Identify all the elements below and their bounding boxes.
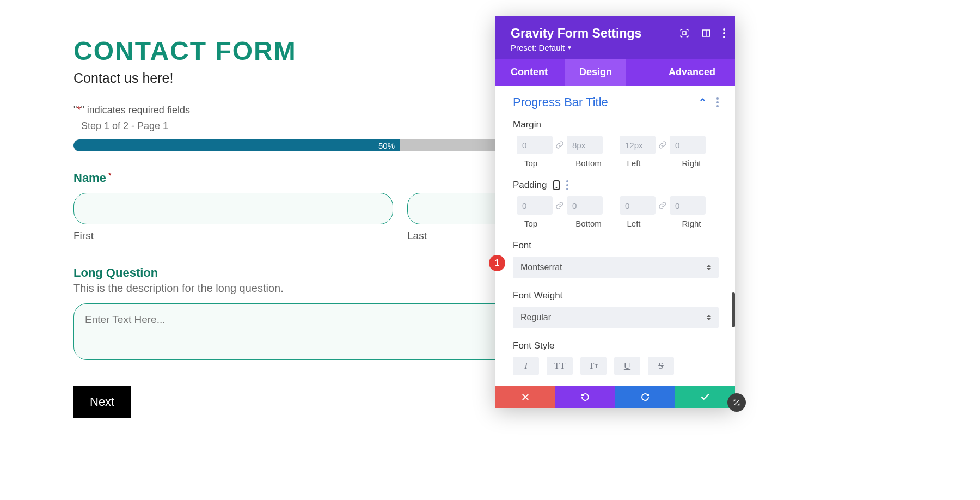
padding-right-input[interactable]: [670, 196, 706, 215]
padding-label-row: Padding: [513, 180, 719, 191]
padding-left-input[interactable]: [620, 196, 656, 215]
mobile-icon[interactable]: [553, 180, 560, 190]
italic-button[interactable]: I: [513, 357, 539, 375]
panel-header-actions: [679, 28, 725, 38]
section-more-icon[interactable]: [716, 97, 719, 107]
link-icon[interactable]: [658, 140, 667, 150]
first-name-col: First: [74, 193, 393, 242]
font-label: Font: [513, 240, 719, 251]
caret-down-icon: ▼: [567, 45, 572, 51]
select-caret-icon: [707, 315, 711, 320]
font-select[interactable]: Montserrat: [513, 257, 719, 278]
cancel-button[interactable]: [495, 386, 555, 408]
panel-header[interactable]: Gravity Form Settings Preset: Default ▼: [495, 16, 735, 59]
padding-bottom-input[interactable]: [567, 196, 603, 215]
first-name-input[interactable]: [74, 193, 393, 224]
tab-advanced[interactable]: Advanced: [649, 59, 735, 86]
settings-panel: Gravity Form Settings Preset: Default ▼ …: [495, 16, 735, 408]
resize-icon: [732, 398, 741, 407]
padding-controls: TopBottom LeftRight: [513, 196, 719, 228]
font-style-buttons: I TT TT U S: [513, 357, 719, 375]
margin-label: Margin: [513, 119, 719, 130]
tab-design[interactable]: Design: [565, 59, 626, 86]
annotation-marker-1: 1: [489, 255, 505, 271]
first-name-sublabel: First: [74, 230, 393, 242]
margin-left-input[interactable]: [620, 136, 656, 154]
undo-button[interactable]: [555, 386, 615, 408]
svg-rect-0: [683, 32, 686, 35]
margin-bottom-input[interactable]: [567, 136, 603, 154]
columns-icon[interactable]: [701, 28, 711, 38]
more-icon[interactable]: [723, 28, 725, 38]
divider: [611, 136, 611, 157]
close-icon: [521, 393, 530, 401]
padding-top-input[interactable]: [517, 196, 553, 215]
undo-icon: [580, 392, 590, 402]
link-icon[interactable]: [555, 140, 565, 150]
panel-tabs: Content Design Advanced: [495, 59, 735, 86]
redo-icon: [640, 392, 650, 402]
font-weight-label: Font Weight: [513, 290, 719, 301]
scrollbar-thumb[interactable]: [732, 292, 735, 327]
strikethrough-button[interactable]: S: [648, 357, 674, 375]
redo-button[interactable]: [615, 386, 675, 408]
underline-button[interactable]: U: [614, 357, 640, 375]
resize-handle[interactable]: [727, 393, 746, 412]
font-weight-select[interactable]: Regular: [513, 307, 719, 328]
link-icon[interactable]: [658, 200, 667, 210]
progress-fill: 50%: [74, 139, 400, 151]
check-icon: [700, 392, 710, 402]
required-asterisk: *: [108, 171, 111, 180]
save-button[interactable]: [675, 386, 735, 408]
link-icon[interactable]: [555, 200, 565, 210]
chevron-up-icon[interactable]: ⌃: [699, 96, 707, 108]
font-style-label: Font Style: [513, 340, 719, 351]
margin-right-input[interactable]: [670, 136, 706, 154]
padding-more-icon[interactable]: [566, 180, 568, 190]
expand-icon[interactable]: [679, 28, 689, 38]
smallcaps-button[interactable]: TT: [580, 357, 607, 375]
section-progress-bar-title[interactable]: Progress Bar Title ⌃: [513, 95, 719, 109]
select-caret-icon: [707, 265, 711, 270]
tab-content[interactable]: Content: [495, 59, 565, 86]
next-button[interactable]: Next: [74, 386, 131, 418]
panel-footer: [495, 386, 735, 408]
panel-body: Progress Bar Title ⌃ Margin TopBottom: [495, 86, 735, 386]
margin-top-input[interactable]: [517, 136, 553, 154]
divider: [611, 196, 611, 218]
margin-controls: TopBottom LeftRight: [513, 136, 719, 168]
uppercase-button[interactable]: TT: [547, 357, 573, 375]
preset-selector[interactable]: Preset: Default ▼: [511, 43, 722, 52]
